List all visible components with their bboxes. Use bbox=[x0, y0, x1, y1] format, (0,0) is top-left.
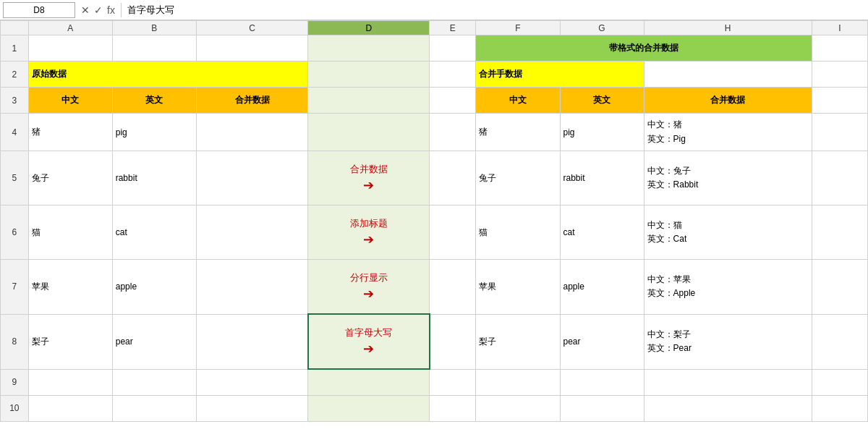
cell-g9[interactable] bbox=[560, 369, 644, 395]
cell-a5[interactable]: 兔子 bbox=[28, 151, 112, 205]
cell-e4[interactable] bbox=[430, 114, 476, 151]
cell-b6[interactable]: cat bbox=[112, 205, 196, 260]
cell-h3[interactable]: 合并数据 bbox=[644, 88, 812, 114]
cell-h7[interactable]: 中文：苹果 英文：Apple bbox=[644, 260, 812, 315]
cell-f8[interactable]: 梨子 bbox=[476, 314, 560, 369]
cell-g5[interactable]: rabbit bbox=[560, 151, 644, 205]
cell-c4[interactable] bbox=[196, 114, 308, 151]
col-d-header[interactable]: D bbox=[308, 21, 430, 35]
cell-b10[interactable] bbox=[112, 395, 196, 421]
cell-a3[interactable]: 中文 bbox=[28, 88, 112, 114]
cell-abc2[interactable]: 原始数据 bbox=[28, 62, 308, 88]
cell-b8[interactable]: pear bbox=[112, 314, 196, 369]
cell-fg2[interactable]: 合并手数据 bbox=[476, 62, 644, 88]
cell-a4[interactable]: 猪 bbox=[28, 114, 112, 151]
confirm-icon[interactable]: ✓ bbox=[94, 4, 103, 16]
cell-f3[interactable]: 中文 bbox=[476, 88, 560, 114]
cell-c8[interactable] bbox=[196, 314, 308, 369]
table-row: 1 带格式的合并数据 bbox=[1, 35, 868, 62]
cell-e1[interactable] bbox=[430, 35, 476, 62]
cell-b4[interactable]: pig bbox=[112, 114, 196, 151]
cell-b1[interactable] bbox=[112, 35, 196, 62]
cell-e8[interactable] bbox=[430, 314, 476, 369]
cell-g10[interactable] bbox=[560, 395, 644, 421]
cell-i8[interactable] bbox=[812, 314, 867, 369]
cell-d9[interactable] bbox=[308, 369, 430, 395]
cell-fgh1[interactable]: 带格式的合并数据 bbox=[476, 35, 812, 62]
cell-d3[interactable] bbox=[308, 88, 430, 114]
cell-e5[interactable] bbox=[430, 151, 476, 205]
cell-d1[interactable] bbox=[308, 35, 430, 62]
col-h-header[interactable]: H bbox=[644, 21, 812, 35]
cell-d10[interactable] bbox=[308, 395, 430, 421]
cell-h8[interactable]: 中文：梨子 英文：Pear bbox=[644, 314, 812, 369]
cell-i6[interactable] bbox=[812, 205, 867, 260]
cell-d2[interactable] bbox=[308, 62, 430, 88]
cell-h5[interactable]: 中文：兔子 英文：Rabbit bbox=[644, 151, 812, 205]
col-c-header[interactable]: C bbox=[196, 21, 308, 35]
cell-f6[interactable]: 猫 bbox=[476, 205, 560, 260]
cell-b7[interactable]: apple bbox=[112, 260, 196, 315]
name-box[interactable]: D8 bbox=[3, 2, 75, 18]
cell-i10[interactable] bbox=[812, 395, 867, 421]
cell-b5[interactable]: rabbit bbox=[112, 151, 196, 205]
cell-h10[interactable] bbox=[644, 395, 812, 421]
cell-d8[interactable]: 首字母大写 ➔ bbox=[308, 314, 430, 369]
cell-a8[interactable]: 梨子 bbox=[28, 314, 112, 369]
cell-a6[interactable]: 猫 bbox=[28, 205, 112, 260]
cell-a9[interactable] bbox=[28, 369, 112, 395]
col-b-header[interactable]: B bbox=[112, 21, 196, 35]
cell-h9[interactable] bbox=[644, 369, 812, 395]
cell-b9[interactable] bbox=[112, 369, 196, 395]
cell-c10[interactable] bbox=[196, 395, 308, 421]
cell-e2[interactable] bbox=[430, 62, 476, 88]
cell-i2[interactable] bbox=[812, 62, 867, 88]
cell-e10[interactable] bbox=[430, 395, 476, 421]
cell-e6[interactable] bbox=[430, 205, 476, 260]
cell-i7[interactable] bbox=[812, 260, 867, 315]
cell-h6[interactable]: 中文：猫 英文：Cat bbox=[644, 205, 812, 260]
cell-i9[interactable] bbox=[812, 369, 867, 395]
cell-g8[interactable]: pear bbox=[560, 314, 644, 369]
cell-b3[interactable]: 英文 bbox=[112, 88, 196, 114]
col-f-header[interactable]: F bbox=[476, 21, 560, 35]
cell-f4[interactable]: 猪 bbox=[476, 114, 560, 151]
cell-f5[interactable]: 兔子 bbox=[476, 151, 560, 205]
cell-c5[interactable] bbox=[196, 151, 308, 205]
cell-a1[interactable] bbox=[28, 35, 112, 62]
cell-h2[interactable] bbox=[644, 62, 812, 88]
cell-f10[interactable] bbox=[476, 395, 560, 421]
cell-c1[interactable] bbox=[196, 35, 308, 62]
cell-c6[interactable] bbox=[196, 205, 308, 260]
cell-h4[interactable]: 中文：猪 英文：Pig bbox=[644, 114, 812, 151]
cell-i3[interactable] bbox=[812, 88, 867, 114]
cell-g7[interactable]: apple bbox=[560, 260, 644, 315]
cell-c7[interactable] bbox=[196, 260, 308, 315]
col-e-header[interactable]: E bbox=[430, 21, 476, 35]
cell-c3[interactable]: 合并数据 bbox=[196, 88, 308, 114]
cell-d4[interactable] bbox=[308, 114, 430, 151]
cell-g6[interactable]: cat bbox=[560, 205, 644, 260]
cell-c9[interactable] bbox=[196, 369, 308, 395]
cell-i4[interactable] bbox=[812, 114, 867, 151]
cell-i5[interactable] bbox=[812, 151, 867, 205]
cancel-icon[interactable]: ✕ bbox=[81, 4, 90, 16]
cell-g3[interactable]: 英文 bbox=[560, 88, 644, 114]
col-g-header[interactable]: G bbox=[560, 21, 644, 35]
cell-a7[interactable]: 苹果 bbox=[28, 260, 112, 315]
cell-i1[interactable] bbox=[812, 35, 867, 62]
cell-e9[interactable] bbox=[430, 369, 476, 395]
cell-f7[interactable]: 苹果 bbox=[476, 260, 560, 315]
col-a-header[interactable]: A bbox=[28, 21, 112, 35]
function-icon[interactable]: fx bbox=[107, 4, 115, 16]
cell-e7[interactable] bbox=[430, 260, 476, 315]
cell-d6[interactable]: 添加标题 ➔ bbox=[308, 205, 430, 260]
formula-input[interactable] bbox=[124, 2, 865, 18]
cell-d7[interactable]: 分行显示 ➔ bbox=[308, 260, 430, 315]
cell-g4[interactable]: pig bbox=[560, 114, 644, 151]
col-i-header[interactable]: I bbox=[812, 21, 867, 35]
cell-f9[interactable] bbox=[476, 369, 560, 395]
cell-d5[interactable]: 合并数据 ➔ bbox=[308, 151, 430, 205]
cell-a10[interactable] bbox=[28, 395, 112, 421]
cell-e3[interactable] bbox=[430, 88, 476, 114]
